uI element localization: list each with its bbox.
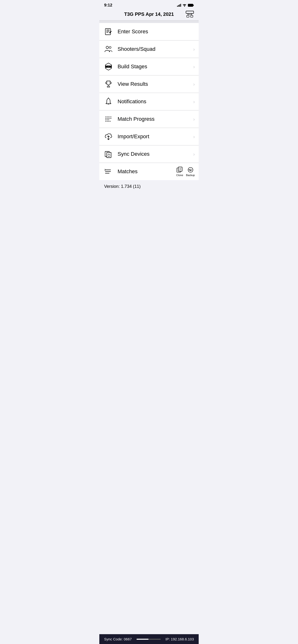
version-text: Version: 1.734 (11) [99,180,199,634]
menu-item-import-export[interactable]: Import/Export › [99,128,199,146]
svg-rect-2 [179,4,180,7]
bell-icon [103,96,114,107]
sync-code: Sync Code: 0667 [104,637,132,641]
svg-point-16 [109,46,111,48]
header: T3G PPS Apr 14, 2021 [99,9,199,20]
signal-icon [177,4,181,7]
menu-item-build-stages[interactable]: MGM Build Stages › [99,58,199,76]
status-time: 9:12 [104,3,112,8]
section-separator [99,20,199,23]
notifications-chevron: › [193,99,195,104]
matches-icon [103,166,114,177]
cloud-sync-icon [103,131,114,142]
build-stages-label: Build Stages [117,64,191,70]
svg-text:MGM: MGM [106,66,111,68]
svg-rect-34 [178,167,182,171]
shooters-icon [103,44,114,54]
ip-address: IP: 192.168.6.103 [166,637,194,641]
svg-rect-10 [191,15,193,17]
svg-rect-0 [177,6,178,7]
match-progress-chevron: › [193,116,195,122]
clone-label: Clone [176,174,183,176]
svg-rect-6 [193,5,194,6]
svg-point-4 [184,6,185,7]
backup-icon [187,166,194,173]
matches-actions: Clone Backup [176,166,195,176]
build-stages-icon: MGM [103,61,114,72]
match-progress-label: Match Progress [117,116,191,122]
network-icon[interactable] [186,11,194,19]
svg-rect-3 [181,4,181,7]
clone-button[interactable]: Clone [176,166,183,176]
svg-rect-7 [188,4,192,6]
progress-bar-fill [136,639,148,640]
import-export-chevron: › [193,134,195,140]
progress-bar [136,639,161,640]
battery-icon [188,4,194,7]
import-export-label: Import/Export [117,134,191,140]
sync-devices-label: Sync Devices [117,151,191,157]
menu-item-match-progress[interactable]: Match Progress › [99,110,199,128]
status-bar: 9:12 [99,0,199,9]
backup-button[interactable]: Backup [186,166,195,176]
header-title: T3G PPS Apr 14, 2021 [124,12,174,17]
svg-rect-8 [186,11,194,14]
shooters-chevron: › [193,46,195,52]
build-stages-chevron: › [193,64,195,70]
sync-devices-icon [103,149,114,159]
backup-label: Backup [186,174,195,176]
menu-item-sync-devices[interactable]: Sync Devices › [99,146,199,163]
sync-devices-chevron: › [193,152,195,157]
svg-rect-9 [187,15,189,17]
view-results-chevron: › [193,82,195,87]
view-results-label: View Results [117,81,191,87]
bottom-bar: Sync Code: 0667 IP: 192.168.6.103 [99,634,199,644]
clone-icon [176,166,183,173]
menu-item-shooters-squad[interactable]: Shooters/Squad › [99,40,199,58]
menu-item-view-results[interactable]: View Results › [99,76,199,93]
trophy-icon [103,79,114,89]
menu-item-enter-scores[interactable]: Enter Scores [99,23,199,40]
status-icons [177,4,194,7]
shooters-squad-label: Shooters/Squad [117,46,191,52]
enter-scores-label: Enter Scores [117,28,195,35]
svg-point-15 [106,46,108,49]
menu-item-notifications[interactable]: Notifications › [99,93,199,110]
menu-item-matches[interactable]: Matches Clone [99,163,199,180]
pencil-edit-icon [103,26,114,37]
menu-list: Enter Scores Shooters/Squad › MGM Build … [99,23,199,180]
svg-rect-1 [178,5,179,7]
svg-rect-14 [105,28,111,35]
notifications-label: Notifications [117,98,191,105]
list-icon [103,114,114,124]
wifi-icon [183,4,186,7]
